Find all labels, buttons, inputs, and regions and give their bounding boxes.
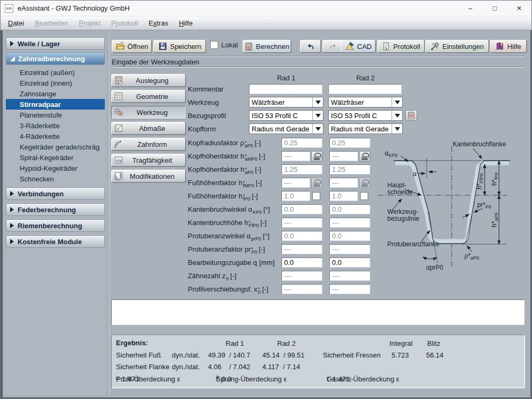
close-button[interactable]: × <box>507 1 531 16</box>
werkzeug-rad1-dropdown[interactable]: Wälzfräser <box>249 97 323 107</box>
fusshoehenfaktor-fmp0-rad1-input[interactable] <box>281 178 310 188</box>
collapsed-arrow-icon <box>10 207 14 212</box>
bearbeitungszugabe-rad1-input[interactable] <box>281 257 322 268</box>
zaehnezahl-rad2-input[interactable] <box>329 271 370 281</box>
protuberanzwinkel-rad2-input[interactable] <box>329 231 370 241</box>
menu-projekt[interactable]: Projekt <box>73 18 105 29</box>
kopfhoehenfaktor-ap0-rad1-input[interactable] <box>281 164 322 174</box>
protocol-button[interactable]: Protokoll <box>377 40 425 53</box>
calculator-icon <box>408 112 415 119</box>
zaehnezahl-rad1-input[interactable] <box>281 271 322 281</box>
redo-icon <box>328 42 338 51</box>
sidebar-item-spiral-kegelraeder[interactable]: Spiral-Kegelräder <box>6 152 105 163</box>
sidebar-item-4-raederkette[interactable]: 4-Räderkette <box>6 131 105 142</box>
minimize-button[interactable]: – <box>458 1 483 16</box>
kopfform-rad2-dropdown[interactable]: Radius mit Gerade <box>328 123 403 134</box>
werkzeug-button[interactable]: Werkzeug <box>111 106 186 119</box>
lock-icon[interactable] <box>359 178 370 188</box>
safety-scuffing-blitz-value: 56.14 <box>426 351 444 359</box>
safety-flank-mode: dyn./stat. <box>172 363 200 371</box>
column-header-rad2: Rad 2 <box>328 74 403 82</box>
svg-text:pr*P0: pr*P0 <box>477 201 491 210</box>
protuberanzfaktor-rad2-input[interactable] <box>329 244 370 254</box>
sidebar-group-riemenberechnung[interactable]: Riemenberechnung <box>6 219 105 232</box>
save-button[interactable]: Speichern <box>153 40 206 53</box>
kantenbruchwinkel-rad2-input[interactable] <box>329 204 370 214</box>
redo-button[interactable] <box>322 40 344 53</box>
sidebar-group-kostenfreie-module[interactable]: Kostenfreie Module <box>6 235 105 248</box>
modifikationen-button[interactable]: Modifikationen <box>111 170 186 182</box>
kopfhoehenfaktor-amp0-rad1-input[interactable] <box>281 151 310 161</box>
sidebar-item-schnecken[interactable]: Schnecken <box>6 173 105 184</box>
protuberanzfaktor-rad1-input[interactable] <box>281 244 322 254</box>
kopfhoehenfaktor-amp0-rad2-input[interactable] <box>329 151 358 161</box>
menu-extras[interactable]: Extras <box>143 18 173 29</box>
kopfradiusfaktor-rad2-input[interactable] <box>329 138 370 148</box>
field-label-kopfform: Kopfform <box>188 123 216 134</box>
fusshoehenfaktor-fp0-rad1-input[interactable] <box>281 191 310 201</box>
svg-text:σx: σx <box>117 158 122 163</box>
column-header-rad1: Rad 1 <box>249 74 323 82</box>
sidebar-item-zahnstange[interactable]: Zahnstange <box>6 88 105 99</box>
zahnform-button[interactable]: Zahnform <box>111 138 186 151</box>
sidebar-group-verbindungen[interactable]: Verbindungen <box>6 187 105 200</box>
profilverschiebungsfaktor-rad1-input[interactable] <box>281 284 322 294</box>
sidebar-group-welle-lager[interactable]: Welle / Lager <box>6 37 105 50</box>
geometrie-button[interactable]: Geometrie <box>111 90 186 103</box>
kopfhoehenfaktor-ap0-rad2-input[interactable] <box>329 164 370 174</box>
cad-button[interactable]: CAD <box>341 40 376 53</box>
kantenbruchhoehe-rad2-input[interactable] <box>329 218 370 228</box>
maximize-button[interactable]: □ <box>483 1 507 16</box>
profilverschiebungsfaktor-rad2-input[interactable] <box>329 284 370 294</box>
sidebar-item-einzelrad-innen[interactable]: Einzelrad (innen) <box>6 78 105 88</box>
kantenbruchwinkel-rad1-input[interactable] <box>281 204 322 214</box>
werkzeug-rad2-dropdown[interactable]: Wälzfräser <box>328 97 403 107</box>
tooth-form-icon <box>113 139 124 149</box>
sidebar-item-stirnradpaar[interactable]: Stirnradpaar <box>6 99 105 110</box>
abmasse-button[interactable]: Abmaße <box>111 122 186 135</box>
field-label-kommentar: Kommentar <box>188 84 223 94</box>
bezugsprofil-rad2-dropdown[interactable]: ISO 53 Profil C <box>328 110 403 121</box>
sidebar-item-hypoid-kegelraeder[interactable]: Hypoid-Kegelräder <box>6 163 105 173</box>
field-label-protuberanzfaktor: Protuberanzfaktor pr*P0[-] <box>188 244 265 254</box>
calculate-button[interactable]: Berechnen <box>243 40 291 53</box>
protuberanzwinkel-rad1-input[interactable] <box>281 231 322 241</box>
kantenbruchhoehe-rad1-input[interactable] <box>281 218 322 228</box>
lock-icon[interactable] <box>359 151 370 162</box>
dropdown-arrow-icon <box>312 124 323 134</box>
menu-protokoll[interactable]: Protokoll <box>106 18 144 29</box>
fusshoehenfaktor-rad1-checkbox[interactable] <box>312 192 320 200</box>
kommentar-rad1-input[interactable] <box>249 84 322 94</box>
help-button[interactable]: Hilfe <box>490 40 527 53</box>
settings-button[interactable]: Einstellungen <box>425 40 489 53</box>
fusshoehenfaktor-rad2-checkbox[interactable] <box>360 192 368 200</box>
kopfradiusfaktor-rad1-input[interactable] <box>281 138 322 148</box>
sidebar-group-zahnradberechnung[interactable]: Zahnradberechnung <box>6 52 105 65</box>
sidebar-item-kegelraeder[interactable]: Kegelräder gerade/schräg <box>6 142 105 152</box>
results-col-integral: Integral <box>389 339 412 347</box>
bezugsprofil-rad1-dropdown[interactable]: ISO 53 Profil C <box>249 110 323 121</box>
profile-calculator-button[interactable] <box>405 110 417 121</box>
auslegung-button[interactable]: Auslegung <box>111 74 186 87</box>
bearbeitungszugabe-rad2-input[interactable] <box>329 257 370 268</box>
kopfform-rad1-dropdown[interactable]: Radius mit Gerade <box>249 123 323 134</box>
fusshoehenfaktor-fp0-rad2-input[interactable] <box>329 191 358 201</box>
menu-hilfe[interactable]: Hilfe <box>173 18 198 29</box>
menu-datei[interactable]: Datei <box>3 18 29 29</box>
kommentar-rad2-input[interactable] <box>328 84 402 94</box>
tragfaehigkeit-button[interactable]: σx Tragfähigkeit <box>111 154 186 167</box>
sidebar-item-3-raederkette[interactable]: 3-Räderkette <box>6 120 105 131</box>
svg-text:αKP0: αKP0 <box>385 149 397 158</box>
local-checkbox-group: Lokal <box>210 41 238 49</box>
lock-icon[interactable] <box>311 151 322 162</box>
dropdown-arrow-icon <box>392 111 402 120</box>
undo-button[interactable] <box>300 40 321 53</box>
fusshoehenfaktor-fmp0-rad2-input[interactable] <box>329 178 358 188</box>
sidebar-group-federberechnung[interactable]: Federberechnung <box>6 203 105 216</box>
lock-icon[interactable] <box>311 178 322 188</box>
sidebar-item-einzelrad-aussen[interactable]: Einzelrad (außen) <box>6 67 105 78</box>
sidebar-item-planetenstufe[interactable]: Planetenstufe <box>6 110 105 120</box>
open-button[interactable]: Öffnen <box>112 40 152 53</box>
menu-bearbeiten[interactable]: Bearbeiten <box>29 18 73 29</box>
local-checkbox[interactable] <box>210 41 218 49</box>
